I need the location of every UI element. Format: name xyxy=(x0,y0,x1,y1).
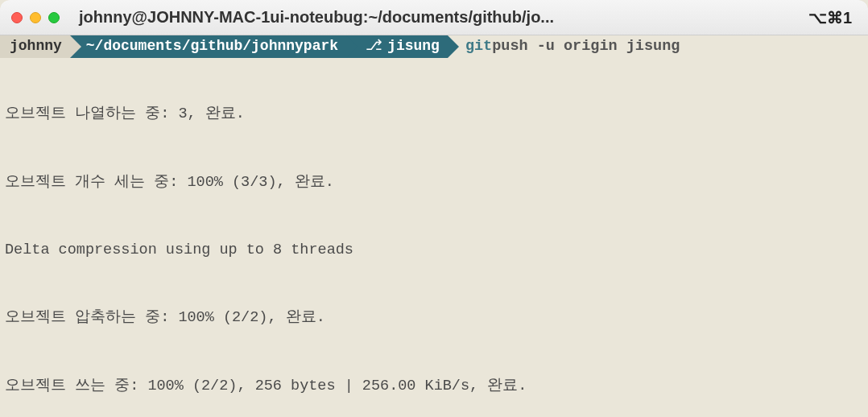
window-shortcut-indicator: ⌥⌘1 xyxy=(808,8,857,27)
output-line: Delta compression using up to 8 threads xyxy=(5,239,863,262)
prompt-branch-name: jisung xyxy=(387,35,440,57)
prompt-branch-segment: ⎇ jisung xyxy=(346,35,448,58)
command-args: push -u origin jisung xyxy=(492,35,680,58)
titlebar: johnny@JOHNNY-MAC-1ui-noteubug:~/documen… xyxy=(0,0,868,35)
command-input-area: git push -u origin jisung xyxy=(448,35,680,58)
output-line: 오브젝트 쓰는 중: 100% (2/2), 256 bytes | 256.0… xyxy=(5,375,863,398)
prompt-path-segment: ~/documents/github/johnnypark xyxy=(70,35,346,58)
window-title: johnny@JOHNNY-MAC-1ui-noteubug:~/documen… xyxy=(60,8,808,27)
git-branch-icon: ⎇ xyxy=(366,35,382,57)
minimize-button[interactable] xyxy=(30,12,41,23)
prompt-line-1: johnny ~/documents/github/johnnypark ⎇ j… xyxy=(0,35,868,58)
traffic-lights xyxy=(11,12,60,23)
terminal-body[interactable]: johnny ~/documents/github/johnnypark ⎇ j… xyxy=(0,35,868,417)
output-line: 오브젝트 개수 세는 중: 100% (3/3), 완료. xyxy=(5,171,863,194)
maximize-button[interactable] xyxy=(48,12,60,23)
output-line: 오브젝트 나열하는 중: 3, 완료. xyxy=(5,103,863,126)
prompt-user-segment: johnny xyxy=(0,35,70,58)
close-button[interactable] xyxy=(11,12,23,23)
output-line: 오브젝트 압축하는 중: 100% (2/2), 완료. xyxy=(5,307,863,329)
terminal-output: 오브젝트 나열하는 중: 3, 완료. 오브젝트 개수 세는 중: 100% (… xyxy=(0,58,868,417)
command-git: git xyxy=(465,35,492,58)
